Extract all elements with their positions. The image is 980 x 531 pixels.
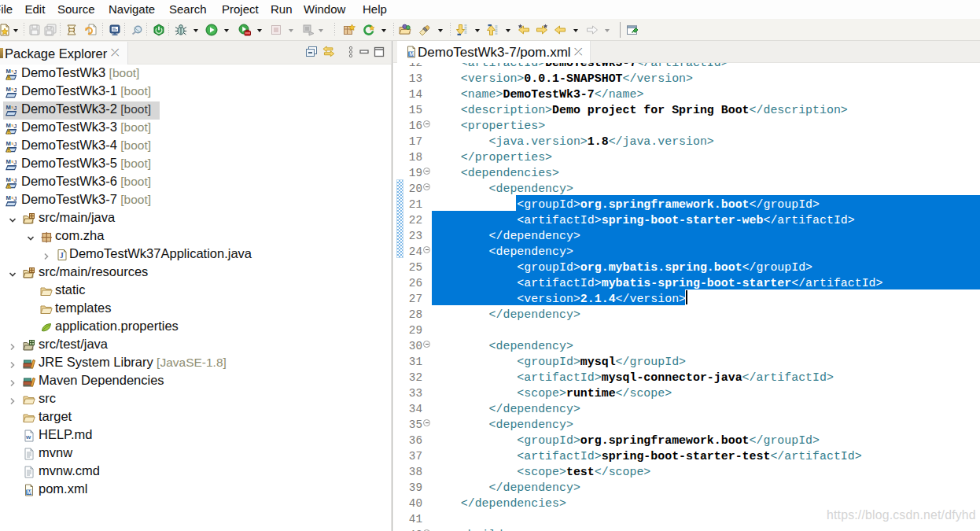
svg-text:M: M (6, 68, 11, 75)
svg-text:J: J (60, 252, 64, 260)
svg-text:w: w (25, 433, 31, 441)
svg-text:J: J (13, 195, 17, 202)
svg-text:M: M (6, 140, 11, 147)
svg-text:M: M (6, 176, 11, 183)
svg-text:M: M (409, 50, 414, 57)
svg-text:M: M (6, 104, 11, 111)
svg-text:J: J (13, 141, 17, 148)
svg-text:J: J (13, 123, 17, 130)
svg-text:M: M (6, 158, 11, 165)
svg-text:M: M (27, 489, 31, 496)
svg-text:J: J (13, 105, 17, 112)
svg-text:M: M (6, 86, 11, 93)
svg-text:M: M (6, 122, 11, 129)
svg-text:J: J (13, 87, 17, 94)
svg-text:M: M (6, 194, 11, 201)
svg-text:J: J (13, 159, 17, 166)
svg-text:J: J (13, 177, 17, 184)
svg-text:J: J (13, 68, 17, 76)
